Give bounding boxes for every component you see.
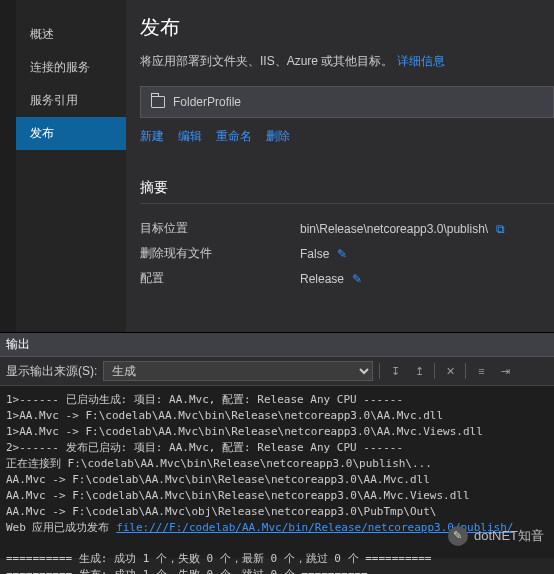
edit-icon[interactable]: ✎	[352, 272, 362, 286]
sidebar-item-overview[interactable]: 概述	[16, 18, 126, 51]
profile-name: FolderProfile	[173, 95, 241, 109]
subtitle: 将应用部署到文件夹、IIS、Azure 或其他目标。 详细信息	[140, 53, 554, 70]
wechat-icon: ✎	[448, 526, 468, 546]
details-link[interactable]: 详细信息	[397, 54, 445, 68]
summary-row-delete-existing: 删除现有文件 False ✎	[140, 241, 554, 266]
subtitle-text: 将应用部署到文件夹、IIS、Azure 或其他目标。	[140, 54, 393, 68]
toolbar-separator	[379, 363, 380, 379]
profile-selector[interactable]: FolderProfile	[140, 86, 554, 118]
output-source-select[interactable]: 生成	[103, 361, 373, 381]
sidebar: 概述 连接的服务 服务引用 发布	[16, 0, 126, 332]
summary-value-delete: False	[300, 247, 329, 261]
output-content[interactable]: 1>------ 已启动生成: 项目: AA.Mvc, 配置: Release …	[0, 386, 554, 558]
action-rename[interactable]: 重命名	[216, 128, 252, 145]
summary-label: 配置	[140, 270, 300, 287]
left-gutter	[0, 0, 16, 332]
output-line: AA.Mvc -> F:\codelab\AA.Mvc\bin\Release\…	[6, 473, 430, 486]
output-publish-prefix: Web 应用已成功发布	[6, 521, 116, 534]
sidebar-item-publish[interactable]: 发布	[16, 117, 126, 150]
watermark: ✎ dotNET知音	[448, 526, 544, 546]
summary-value-config: Release	[300, 272, 344, 286]
output-line: AA.Mvc -> F:\codelab\AA.Mvc\obj\Release\…	[6, 505, 436, 518]
action-new[interactable]: 新建	[140, 128, 164, 145]
sidebar-item-service-references[interactable]: 服务引用	[16, 84, 126, 117]
publish-main: 发布 将应用部署到文件夹、IIS、Azure 或其他目标。 详细信息 Folde…	[126, 0, 554, 332]
output-line: 1>AA.Mvc -> F:\codelab\AA.Mvc\bin\Releas…	[6, 409, 443, 422]
action-edit[interactable]: 编辑	[178, 128, 202, 145]
folder-icon	[151, 96, 165, 108]
toolbar-btn-2[interactable]: ↥	[410, 362, 428, 380]
toolbar-separator	[434, 363, 435, 379]
toolbar-btn-1[interactable]: ↧	[386, 362, 404, 380]
output-footer: ========== 发布: 成功 1 个，失败 0 个，跳过 0 个 ====…	[6, 568, 368, 574]
summary-table: 目标位置 bin\Release\netcoreapp3.0\publish\ …	[140, 216, 554, 291]
output-line: 1>------ 已启动生成: 项目: AA.Mvc, 配置: Release …	[6, 393, 403, 406]
sidebar-item-connected-services[interactable]: 连接的服务	[16, 51, 126, 84]
output-footer: ========== 生成: 成功 1 个，失败 0 个，最新 0 个，跳过 0…	[6, 552, 431, 565]
output-panel: 输出 显示输出来源(S): 生成 ↧ ↥ ✕ ≡ ⇥ 1>------ 已启动生…	[0, 332, 554, 558]
summary-value-target: bin\Release\netcoreapp3.0\publish\	[300, 222, 488, 236]
clear-icon[interactable]: ✕	[441, 362, 459, 380]
output-line: 正在连接到 F:\codelab\AA.Mvc\bin\Release\netc…	[6, 457, 432, 470]
output-line: 1>AA.Mvc -> F:\codelab\AA.Mvc\bin\Releas…	[6, 425, 483, 438]
page-title: 发布	[140, 14, 554, 41]
output-source-label: 显示输出来源(S):	[6, 363, 97, 380]
output-line: AA.Mvc -> F:\codelab\AA.Mvc\bin\Release\…	[6, 489, 470, 502]
output-line: 2>------ 发布已启动: 项目: AA.Mvc, 配置: Release …	[6, 441, 403, 454]
summary-row-target: 目标位置 bin\Release\netcoreapp3.0\publish\ …	[140, 216, 554, 241]
toolbar-btn-toggle[interactable]: ⇥	[496, 362, 514, 380]
output-title: 输出	[0, 333, 554, 357]
summary-label: 目标位置	[140, 220, 300, 237]
summary-label: 删除现有文件	[140, 245, 300, 262]
toolbar-separator	[465, 363, 466, 379]
watermark-text: dotNET知音	[474, 527, 544, 546]
copy-icon[interactable]: ⧉	[496, 222, 505, 236]
summary-row-configuration: 配置 Release ✎	[140, 266, 554, 291]
profile-actions: 新建 编辑 重命名 删除	[140, 128, 554, 145]
edit-icon[interactable]: ✎	[337, 247, 347, 261]
summary-header: 摘要	[140, 179, 554, 204]
output-toolbar: 显示输出来源(S): 生成 ↧ ↥ ✕ ≡ ⇥	[0, 357, 554, 386]
toolbar-btn-wrap[interactable]: ≡	[472, 362, 490, 380]
action-delete[interactable]: 删除	[266, 128, 290, 145]
